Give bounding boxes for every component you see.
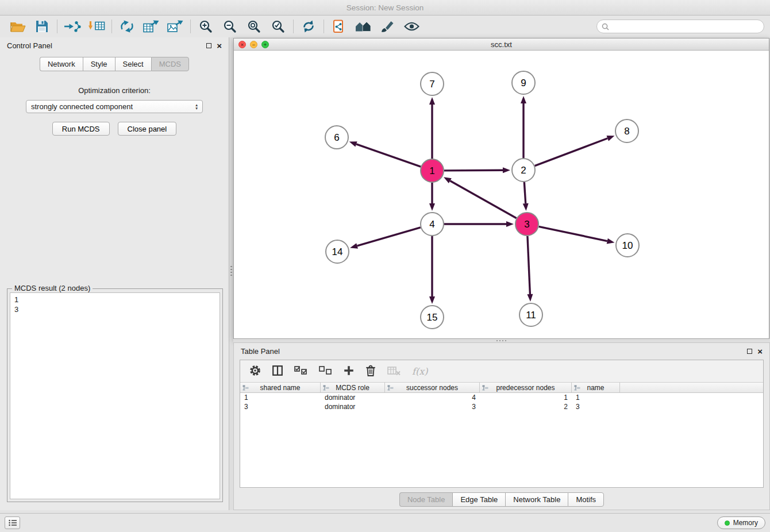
svg-text:14: 14 bbox=[332, 246, 343, 257]
window-zoom-icon[interactable]: + bbox=[261, 41, 269, 48]
table-cell: dominator bbox=[321, 394, 385, 402]
network-canvas[interactable]: 7968124314101511 bbox=[234, 51, 769, 338]
zoom-selected-button[interactable] bbox=[266, 17, 290, 36]
edge-4-14[interactable] bbox=[357, 228, 421, 246]
tab-mcds[interactable]: MCDS bbox=[151, 57, 189, 71]
graph-node-9[interactable]: 9 bbox=[512, 71, 535, 94]
column-header-predecessor-nodes[interactable]: predecessor nodes bbox=[480, 383, 572, 392]
search-input[interactable] bbox=[612, 22, 759, 31]
graph-node-8[interactable]: 8 bbox=[615, 119, 638, 142]
edge-1-6[interactable] bbox=[356, 144, 421, 167]
table-row[interactable]: 1dominator411 bbox=[240, 393, 763, 402]
network-graph: 7968124314101511 bbox=[234, 51, 769, 339]
export-image-button[interactable] bbox=[163, 17, 187, 36]
graph-node-11[interactable]: 11 bbox=[519, 303, 542, 326]
edge-1-2[interactable] bbox=[444, 170, 503, 171]
graph-node-2[interactable]: 2 bbox=[512, 159, 535, 182]
search-box[interactable] bbox=[596, 20, 764, 33]
edge-2-8[interactable] bbox=[535, 138, 608, 166]
select-all-button[interactable] bbox=[294, 366, 307, 377]
clipboard-network-button[interactable] bbox=[327, 17, 351, 36]
zoom-out-button[interactable] bbox=[218, 17, 242, 36]
tab-style[interactable]: Style bbox=[83, 57, 115, 71]
zoom-fit-button[interactable] bbox=[242, 17, 266, 36]
zoom-in-button[interactable] bbox=[194, 17, 218, 36]
run-mcds-button[interactable]: Run MCDS bbox=[52, 122, 110, 136]
new-network-view-button[interactable] bbox=[115, 17, 139, 36]
save-session-button[interactable] bbox=[30, 17, 54, 36]
delete-table-button[interactable] bbox=[387, 366, 401, 377]
show-hide-eye-icon bbox=[404, 21, 419, 32]
mcds-result-line: 3 bbox=[14, 304, 215, 314]
window-close-icon[interactable]: × bbox=[238, 41, 246, 48]
edge-arrowhead-icon bbox=[523, 203, 529, 211]
open-session-button[interactable] bbox=[6, 17, 30, 36]
unselect-all-button[interactable] bbox=[319, 366, 332, 377]
vertical-splitter[interactable] bbox=[229, 37, 233, 510]
graph-node-10[interactable]: 10 bbox=[616, 234, 639, 257]
graph-node-14[interactable]: 14 bbox=[326, 240, 349, 263]
table-tab-motifs[interactable]: Motifs bbox=[568, 492, 604, 507]
edge-arrowhead-icon bbox=[444, 177, 452, 183]
tab-network[interactable]: Network bbox=[40, 57, 83, 71]
mcds-result-line: 1 bbox=[14, 295, 215, 304]
columns-button[interactable] bbox=[272, 365, 283, 377]
memory-status-icon bbox=[725, 521, 730, 526]
column-header-name[interactable]: name bbox=[572, 383, 620, 392]
column-header-shared-name[interactable]: shared name bbox=[240, 383, 321, 392]
task-history-button[interactable] bbox=[5, 516, 20, 529]
close-panel-icon[interactable]: × bbox=[217, 43, 222, 49]
import-table-button[interactable] bbox=[84, 17, 109, 36]
float-panel-icon[interactable] bbox=[206, 43, 211, 48]
memory-label: Memory bbox=[733, 519, 758, 527]
settings-gear-button[interactable] bbox=[249, 365, 261, 378]
svg-text:1: 1 bbox=[429, 165, 434, 176]
float-panel-icon[interactable] bbox=[747, 349, 752, 354]
column-header-MCDS-role[interactable]: MCDS role bbox=[321, 383, 385, 392]
memory-button[interactable]: Memory bbox=[717, 516, 765, 529]
style-brush-button[interactable] bbox=[375, 17, 399, 36]
table-tab-network-table[interactable]: Network Table bbox=[505, 492, 568, 507]
graph-node-4[interactable]: 4 bbox=[421, 213, 444, 236]
column-header-successor-nodes[interactable]: successor nodes bbox=[385, 383, 480, 392]
mcds-result-legend: MCDS result (2 nodes) bbox=[12, 284, 93, 292]
export-table-button[interactable] bbox=[139, 17, 163, 36]
toolbar-separator bbox=[293, 20, 294, 33]
import-network-button[interactable] bbox=[60, 17, 84, 36]
function-builder-button[interactable]: f(x) bbox=[412, 366, 428, 377]
tab-select[interactable]: Select bbox=[115, 57, 151, 71]
window-titlebar[interactable]: Session: New Session bbox=[0, 0, 770, 16]
edge-3-10[interactable] bbox=[539, 226, 607, 241]
table-cell: 1 bbox=[240, 394, 321, 402]
graph-node-1[interactable]: 1 bbox=[421, 159, 444, 182]
style-brush-icon bbox=[380, 20, 394, 33]
mcds-result-list[interactable]: 13 bbox=[10, 292, 220, 499]
dropdown-stepper-icon: ▴▾ bbox=[195, 103, 198, 110]
zoom-in-icon bbox=[199, 20, 213, 33]
table-row[interactable]: 3dominator323 bbox=[240, 402, 763, 411]
svg-text:2: 2 bbox=[521, 165, 526, 176]
criterion-dropdown[interactable]: strongly connected component ▴▾ bbox=[26, 100, 203, 113]
table-panel: Table Panel × bbox=[233, 342, 770, 510]
table-tab-edge-table[interactable]: Edge Table bbox=[452, 492, 505, 507]
graph-node-7[interactable]: 7 bbox=[421, 72, 444, 95]
settings-gear-icon bbox=[249, 365, 261, 376]
close-panel-button[interactable]: Close panel bbox=[118, 122, 177, 136]
close-panel-icon[interactable]: × bbox=[757, 349, 763, 354]
edge-3-1[interactable] bbox=[450, 181, 516, 218]
table-tab-node-table[interactable]: Node Table bbox=[399, 492, 453, 507]
network-window-titlebar[interactable]: × − + scc.txt bbox=[234, 38, 769, 51]
window-minimize-icon[interactable]: − bbox=[250, 41, 257, 48]
refresh-button[interactable] bbox=[297, 17, 321, 36]
toolbar-separator bbox=[190, 20, 191, 33]
edge-2-3[interactable] bbox=[524, 182, 525, 203]
delete-column-button[interactable] bbox=[365, 365, 376, 378]
edge-3-11[interactable] bbox=[528, 236, 530, 294]
add-column-button[interactable] bbox=[344, 365, 354, 377]
graph-node-3[interactable]: 3 bbox=[515, 213, 538, 236]
network-view-window: × − + scc.txt 7968124314101511 bbox=[233, 38, 769, 339]
graph-node-6[interactable]: 6 bbox=[325, 126, 348, 149]
show-hide-button[interactable] bbox=[399, 17, 424, 36]
network-home-button[interactable] bbox=[351, 17, 375, 36]
graph-node-15[interactable]: 15 bbox=[421, 306, 444, 329]
